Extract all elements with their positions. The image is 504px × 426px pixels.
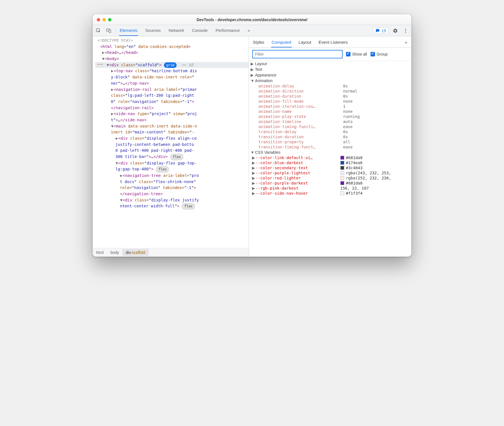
tab-performance[interactable]: Performance <box>215 25 240 36</box>
section-header[interactable]: ▶Text <box>249 67 411 72</box>
color-swatch-icon <box>340 161 344 165</box>
section-title: Animation <box>255 78 273 83</box>
color-swatch-icon <box>340 156 344 160</box>
dom-row[interactable]: ▼<div class="display-flex gap-top-lg:gap… <box>95 160 249 173</box>
computed-property-row[interactable]: animation-iteration-cou…1 <box>249 104 411 109</box>
disclosure-triangle-icon[interactable]: ▶ <box>102 50 105 56</box>
tab-event-listeners[interactable]: Event Listeners <box>318 38 348 47</box>
zoom-window-button[interactable] <box>108 18 111 21</box>
property-name: animation-delay <box>258 84 343 88</box>
tab-elements[interactable]: Elements <box>119 25 138 36</box>
more-icon[interactable] <box>402 27 409 34</box>
computed-property-row[interactable]: animation-delay0s <box>249 84 411 89</box>
disclosure-triangle-icon[interactable]: ▶ <box>115 135 118 142</box>
disclosure-triangle-icon[interactable]: ▶ <box>111 111 114 117</box>
computed-property-row[interactable]: animation-play-staterunning <box>249 114 411 119</box>
breadcrumb: htmlbodydiv.scaffold <box>93 248 249 256</box>
disclosure-triangle-icon: ▶ <box>252 161 256 165</box>
sidebar-tab-overflow[interactable]: » <box>404 38 408 47</box>
disclosure-triangle-icon[interactable]: ▼ <box>106 62 109 68</box>
disclosure-triangle-icon[interactable]: ▼ <box>120 197 123 203</box>
dom-tree[interactable]: <!DOCTYPE html><html lang="en" data-cook… <box>93 36 249 248</box>
computed-list[interactable]: ▶Layout▶Text▶Appearance▼Animationanimati… <box>249 61 411 256</box>
css-variable-row[interactable]: ▶--color-blue-darkest#174ea6 <box>249 160 411 165</box>
color-swatch-icon <box>340 181 344 185</box>
device-toolbar-icon[interactable] <box>105 27 112 34</box>
property-value: 0s <box>343 135 411 139</box>
svg-point-4 <box>405 30 406 31</box>
disclosure-triangle-icon[interactable]: ▼ <box>102 56 105 62</box>
section-header[interactable]: ▶Appearance <box>249 72 411 78</box>
tab-sources[interactable]: Sources <box>145 25 161 36</box>
disclosure-triangle-icon: ▶ <box>251 67 254 72</box>
dom-row[interactable]: •••▼<div class="scaffold"> grid == $0 <box>95 62 249 68</box>
disclosure-triangle-icon[interactable]: ▶ <box>111 68 114 74</box>
property-value: running <box>343 114 411 119</box>
css-variable-row[interactable]: ▶--color-purple-lightestrgba(243, 232, 2… <box>249 170 411 175</box>
dom-row[interactable]: ▶<side-nav type="project" view="projt">…… <box>95 111 249 123</box>
disclosure-triangle-icon[interactable]: ▼ <box>111 123 114 129</box>
css-variable-row[interactable]: ▶--color-secondary-text#3c4043 <box>249 165 411 170</box>
tab-console[interactable]: Console <box>192 25 208 36</box>
computed-property-row[interactable]: animation-timing-functi…ease <box>249 124 411 129</box>
computed-property-row[interactable]: transition-duration0s <box>249 134 411 139</box>
dom-row[interactable]: ▶<navigation-rail aria-label="primarclas… <box>95 87 249 111</box>
section-header[interactable]: ▼CSS Variables <box>249 150 411 155</box>
toolbar-divider <box>115 28 116 34</box>
dom-row[interactable]: ▶<top-nav class="hairline-bottom disy-bl… <box>95 68 249 86</box>
css-variable-row[interactable]: ▶--color-side-nav-hover#f1f3f4 <box>249 191 411 196</box>
breadcrumb-item[interactable]: html <box>93 249 107 256</box>
css-variable-row[interactable]: ▶--rgb-pink-darkest156, 22, 107 <box>249 186 411 191</box>
computed-property-row[interactable]: animation-fill-modenone <box>249 99 411 104</box>
section-header[interactable]: ▶Layout <box>249 61 411 67</box>
breadcrumb-item[interactable]: div.scaffold <box>122 249 149 256</box>
disclosure-triangle-icon[interactable]: ▶ <box>120 173 123 179</box>
close-window-button[interactable] <box>97 18 100 21</box>
window-controls <box>97 18 111 21</box>
dom-row[interactable]: ▼<main data-search-inert data-side-niner… <box>95 123 249 135</box>
breadcrumb-item[interactable]: body <box>107 249 122 256</box>
disclosure-triangle-icon[interactable]: ▼ <box>115 160 118 166</box>
section-title: CSS Variables <box>255 150 281 155</box>
computed-property-row[interactable]: transition-timing-funct…ease <box>249 144 411 150</box>
issues-button[interactable]: 15 <box>373 27 389 34</box>
dom-row[interactable]: ▶<navigation-tree aria-label="prot docs"… <box>95 173 249 197</box>
panel-tabs: Elements Sources Network Console Perform… <box>119 25 370 36</box>
property-value: none <box>343 109 411 114</box>
property-name: animation-timeline <box>258 119 343 124</box>
show-all-checkbox[interactable]: Show all <box>346 52 367 56</box>
inspect-element-icon[interactable] <box>95 27 102 34</box>
tab-layout[interactable]: Layout <box>298 38 312 47</box>
disclosure-triangle-icon[interactable]: ▶ <box>111 87 114 93</box>
titlebar: DevTools - developer.chrome.com/docs/dev… <box>93 14 411 25</box>
computed-property-row[interactable]: transition-propertyall <box>249 139 411 144</box>
dom-row[interactable]: ▼<body> <box>95 56 249 62</box>
computed-property-row[interactable]: animation-duration0s <box>249 94 411 99</box>
ellipsis-icon[interactable]: ••• <box>96 62 104 67</box>
tab-overflow[interactable]: » <box>247 25 251 36</box>
computed-property-row[interactable]: transition-delay0s <box>249 129 411 134</box>
css-variable-row[interactable]: ▶--color-link-default-vi…#681da8 <box>249 155 411 160</box>
css-variable-row[interactable]: ▶--color-red-lighterrgba(252, 232, 230, <box>249 175 411 181</box>
dom-row[interactable]: <html lang="en" data-cookies-accepted> <box>95 44 249 50</box>
minimize-window-button[interactable] <box>102 18 106 21</box>
section-title: Appearance <box>255 73 277 77</box>
tab-network[interactable]: Network <box>168 25 185 36</box>
group-checkbox[interactable]: Group <box>371 52 388 56</box>
property-name: animation-direction <box>258 89 343 93</box>
computed-property-row[interactable]: animation-timelineauto <box>249 119 411 124</box>
dom-row[interactable]: ▶<div class="display-flex align-cejustif… <box>95 135 249 160</box>
sidebar-tabs: Styles Computed Layout Event Listeners » <box>249 36 411 48</box>
tab-computed[interactable]: Computed <box>271 38 292 47</box>
svg-rect-2 <box>109 30 111 32</box>
checkbox-icon <box>371 52 375 56</box>
dom-row[interactable]: ▶<head>…</head> <box>95 50 249 56</box>
css-variable-row[interactable]: ▶--color-purple-darkest#681da8 <box>249 181 411 186</box>
tab-styles[interactable]: Styles <box>252 38 265 47</box>
section-header[interactable]: ▼Animation <box>249 78 411 84</box>
dom-row[interactable]: ▼<div class="display-flex justifyntent-c… <box>95 197 249 210</box>
settings-icon[interactable] <box>392 27 399 34</box>
computed-property-row[interactable]: animation-directionnormal <box>249 89 411 94</box>
filter-input[interactable] <box>252 50 343 58</box>
computed-property-row[interactable]: animation-namenone <box>249 109 411 114</box>
